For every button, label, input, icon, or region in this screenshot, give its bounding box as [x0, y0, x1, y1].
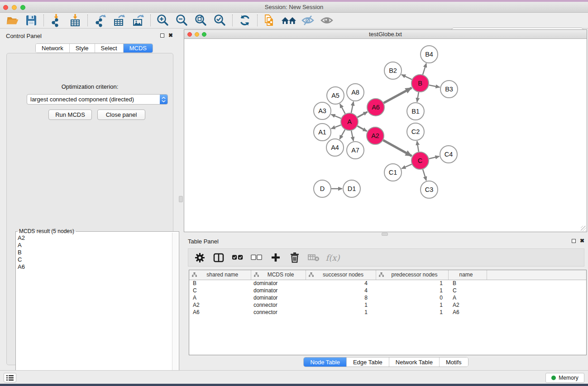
mcds-result-scrollbar[interactable]: [172, 233, 178, 383]
table-cell[interactable]: 1: [306, 301, 376, 309]
open-file-icon[interactable]: [5, 14, 20, 27]
mcds-result-item[interactable]: A6: [16, 263, 171, 271]
save-session-icon[interactable]: [24, 14, 39, 27]
edge-C-C4[interactable]: [429, 157, 440, 159]
zoom-in-icon[interactable]: [155, 14, 171, 27]
close-window-button[interactable]: [3, 5, 8, 10]
table-cell[interactable]: B: [448, 280, 487, 287]
table-cell[interactable]: 1: [376, 301, 448, 309]
table-cell[interactable]: A: [189, 294, 251, 301]
hide-selected-icon[interactable]: [300, 14, 316, 27]
edge-A-A4[interactable]: [339, 129, 345, 139]
home-view-icon[interactable]: [281, 14, 296, 27]
table-cell[interactable]: 1: [376, 309, 448, 316]
edge-B-B1[interactable]: [417, 92, 418, 102]
mcds-result-item[interactable]: B: [16, 249, 171, 256]
refresh-network-icon[interactable]: [237, 14, 253, 27]
edge-A-A5[interactable]: [340, 104, 345, 114]
zoom-fit-icon[interactable]: [193, 14, 209, 27]
network-minimize-button[interactable]: [195, 32, 199, 37]
show-all-icon[interactable]: [319, 14, 335, 27]
table-cell[interactable]: dominator: [251, 280, 306, 287]
table-cell[interactable]: 0: [376, 294, 448, 301]
table-row[interactable]: A2connector11A2: [189, 301, 586, 309]
edge-A-A2[interactable]: [358, 126, 367, 131]
import-table-icon[interactable]: [67, 14, 83, 27]
table-settings-icon[interactable]: [194, 252, 206, 263]
table-row[interactable]: A6connector11A6: [189, 309, 586, 316]
table-cell[interactable]: 1: [376, 280, 448, 287]
table-row[interactable]: Adominator80A: [189, 294, 586, 301]
network-zoom-button[interactable]: [202, 32, 206, 37]
tab-network-table[interactable]: Network Table: [389, 357, 440, 367]
zoom-out-icon[interactable]: [174, 14, 190, 27]
criterion-select[interactable]: largest connected component (directed): [27, 94, 168, 105]
edge-A-A7[interactable]: [351, 131, 354, 141]
edge-A6-B[interactable]: [384, 88, 412, 103]
network-canvas[interactable]: AA1A2A3A4A5A6A7A8BB1B2B3B4CC1C2C3C4DD1: [184, 39, 587, 232]
export-image-icon[interactable]: [130, 14, 146, 27]
table-cell[interactable]: A2: [189, 301, 251, 309]
table-close-panel-icon[interactable]: ✖: [580, 238, 584, 243]
table-cell[interactable]: 1: [376, 287, 448, 294]
edge-B-B4[interactable]: [423, 63, 426, 75]
table-cell[interactable]: connector: [251, 309, 306, 316]
network-close-button[interactable]: [187, 32, 192, 37]
tab-edge-table[interactable]: Edge Table: [347, 357, 389, 367]
run-mcds-button[interactable]: Run MCDS: [48, 110, 92, 120]
table-cell[interactable]: B: [189, 280, 251, 287]
edge-A-A3[interactable]: [331, 114, 341, 119]
zoom-window-button[interactable]: [20, 5, 25, 10]
edge-A-A1[interactable]: [331, 125, 341, 129]
table-cell[interactable]: A6: [189, 309, 251, 316]
column-header-shared-name[interactable]: shared name: [189, 270, 251, 280]
table-row[interactable]: Cdominator41C: [189, 287, 586, 294]
table-cell[interactable]: C: [189, 287, 251, 294]
edge-A-A8[interactable]: [351, 102, 354, 113]
delete-columns-icon[interactable]: [289, 252, 301, 263]
mcds-result-item[interactable]: A: [16, 242, 171, 249]
deselect-all-columns-icon[interactable]: [251, 252, 263, 263]
memory-button[interactable]: Memory: [545, 373, 584, 383]
horizontal-splitter-handle[interactable]: [382, 233, 388, 236]
table-row[interactable]: Bdominator41B: [189, 280, 586, 287]
table-cell[interactable]: dominator: [251, 294, 306, 301]
table-cell[interactable]: dominator: [251, 287, 306, 294]
edge-C-C2[interactable]: [417, 141, 419, 152]
mcds-result-item[interactable]: C: [16, 256, 171, 263]
zoom-selected-icon[interactable]: [212, 14, 228, 27]
import-network-icon[interactable]: [48, 14, 64, 27]
window-titlebar[interactable]: Session: New Session: [0, 2, 588, 13]
task-history-button[interactable]: [4, 373, 16, 382]
table-cell[interactable]: C: [448, 287, 487, 294]
table-cell[interactable]: A6: [448, 309, 487, 316]
tab-motifs[interactable]: Motifs: [440, 357, 468, 367]
network-window-titlebar[interactable]: testGlobe.txt: [184, 30, 587, 39]
column-header-name[interactable]: name: [448, 270, 487, 280]
vertical-splitter-handle[interactable]: [179, 196, 183, 202]
table-cell[interactable]: 8: [306, 294, 376, 301]
column-header-MCDS-role[interactable]: MCDS role: [251, 270, 306, 280]
edge-B-B2[interactable]: [402, 75, 412, 80]
close-panel-icon[interactable]: ✖: [168, 33, 173, 38]
resize-grip-icon[interactable]: [581, 226, 586, 231]
table-cell[interactable]: 4: [306, 280, 376, 287]
column-header-predecessor-nodes[interactable]: predecessor nodes: [376, 270, 448, 280]
tab-network[interactable]: Network: [36, 44, 70, 52]
table-cell[interactable]: A2: [448, 301, 487, 309]
select-all-columns-icon[interactable]: [232, 252, 244, 263]
export-network-icon[interactable]: [92, 14, 108, 27]
table-cell[interactable]: 1: [306, 309, 376, 316]
edge-A2-C[interactable]: [383, 140, 411, 156]
table-cell[interactable]: connector: [251, 301, 306, 309]
column-header-successor-nodes[interactable]: successor nodes: [306, 270, 376, 280]
minimize-window-button[interactable]: [12, 5, 17, 10]
mcds-result-list[interactable]: A2ABCA6: [16, 234, 171, 383]
edge-B-B3[interactable]: [429, 85, 440, 87]
tab-mcds[interactable]: MCDS: [124, 44, 153, 52]
tab-style[interactable]: Style: [70, 44, 95, 52]
toggle-columns-icon[interactable]: [213, 252, 225, 263]
table-cell[interactable]: 4: [306, 287, 376, 294]
node-table[interactable]: shared nameMCDS rolesuccessor nodesprede…: [189, 270, 587, 355]
tab-node-table[interactable]: Node Table: [304, 357, 347, 367]
